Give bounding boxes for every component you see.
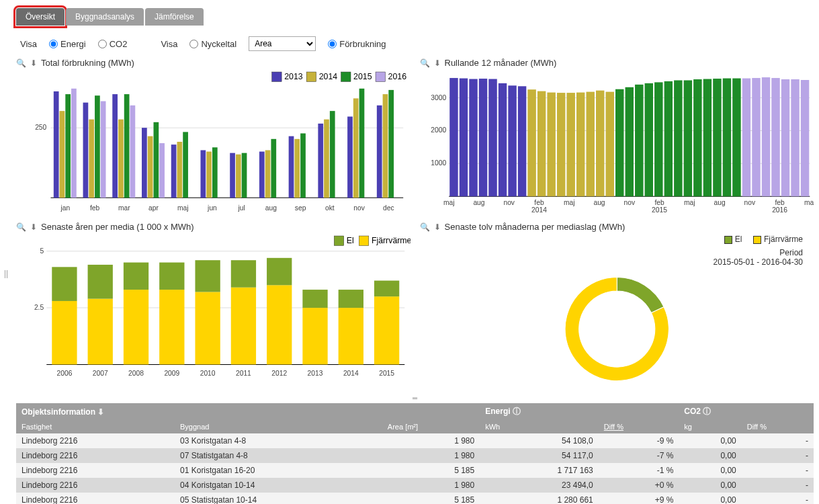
th-kwh[interactable]: kWh: [480, 420, 599, 433]
object-info-table: Objektsinformation Energi CO2 Fastighet …: [16, 403, 814, 504]
svg-rect-49: [300, 133, 306, 198]
svg-rect-18: [95, 95, 100, 198]
svg-rect-87: [615, 89, 623, 197]
svg-text:2007: 2007: [93, 370, 108, 377]
download-icon[interactable]: ⬇: [30, 58, 37, 68]
svg-rect-144: [195, 292, 220, 365]
svg-rect-82: [566, 93, 574, 196]
svg-text:jan: jan: [60, 204, 70, 212]
radio-consumption[interactable]: Förbrukning: [328, 39, 386, 49]
svg-rect-28: [154, 122, 159, 198]
svg-text:maj: maj: [684, 199, 695, 206]
zoom-icon[interactable]: 🔍: [16, 222, 26, 232]
horizontal-split-handle[interactable]: ═: [16, 393, 814, 403]
svg-rect-142: [159, 263, 184, 290]
table-row[interactable]: Lindeborg 221603 Koristgatan 4-81 98054 …: [16, 433, 814, 448]
th-kg[interactable]: kg: [679, 420, 741, 433]
svg-rect-153: [302, 308, 327, 364]
svg-rect-19: [101, 101, 106, 198]
svg-rect-4: [341, 72, 351, 81]
svg-text:nov: nov: [353, 204, 365, 212]
svg-text:2009: 2009: [164, 370, 179, 377]
zoom-icon[interactable]: 🔍: [420, 58, 430, 68]
svg-rect-104: [781, 79, 789, 196]
th-diff2[interactable]: Diff %: [742, 420, 814, 433]
svg-rect-102: [761, 77, 769, 196]
svg-rect-147: [231, 288, 256, 365]
radio-energy[interactable]: Energi: [49, 39, 86, 49]
svg-text:aug: aug: [593, 199, 605, 206]
svg-rect-73: [478, 79, 486, 196]
svg-rect-81: [556, 93, 564, 196]
tab-building[interactable]: Byggnadsanalys: [66, 8, 144, 26]
svg-rect-157: [339, 290, 363, 308]
svg-rect-136: [88, 265, 113, 299]
svg-rect-138: [124, 290, 148, 364]
zoom-icon[interactable]: 🔍: [16, 58, 26, 68]
radio-co2[interactable]: CO2: [98, 39, 128, 49]
svg-rect-12: [60, 111, 65, 198]
key-select[interactable]: Area: [249, 36, 316, 51]
download-icon[interactable]: [95, 407, 104, 417]
svg-text:3000: 3000: [431, 94, 446, 101]
table-row[interactable]: Lindeborg 221605 Statistgatan 10-145 185…: [16, 493, 814, 504]
svg-text:2015: 2015: [353, 72, 372, 81]
svg-rect-80: [547, 93, 555, 197]
svg-rect-60: [383, 94, 388, 198]
table-row[interactable]: Lindeborg 221604 Koristgatan 10-141 9802…: [16, 478, 814, 493]
svg-rect-39: [230, 153, 235, 198]
svg-text:aug: aug: [473, 199, 484, 206]
svg-rect-83: [576, 93, 584, 197]
svg-rect-139: [124, 263, 148, 290]
tab-overview[interactable]: Översikt: [16, 8, 64, 26]
svg-rect-13: [65, 94, 71, 198]
svg-rect-89: [635, 85, 643, 196]
svg-rect-43: [259, 152, 265, 198]
svg-rect-103: [771, 78, 779, 196]
svg-rect-77: [517, 86, 525, 196]
chart-last-12m-donut: 🔍 ⬇ Senaste tolv månaderna per mediaslag…: [420, 222, 814, 393]
table-row[interactable]: Lindeborg 221601 Koristgatan 16-205 1851…: [16, 463, 814, 478]
svg-text:1000: 1000: [431, 159, 446, 167]
svg-text:aug: aug: [265, 204, 277, 212]
svg-rect-2: [306, 72, 316, 81]
svg-rect-92: [664, 81, 672, 196]
svg-rect-75: [498, 83, 506, 196]
chart4-title: Senaste tolv månaderna per mediaslag (MW…: [445, 222, 626, 232]
download-icon[interactable]: ⬇: [434, 58, 441, 68]
svg-rect-133: [52, 267, 77, 301]
th-diff[interactable]: Diff %: [599, 420, 679, 433]
svg-text:2013: 2013: [284, 72, 303, 81]
svg-rect-44: [265, 150, 271, 198]
svg-rect-145: [195, 260, 220, 292]
chart1-title: Total förbrukning (MWh): [41, 58, 134, 68]
th-fastighet[interactable]: Fastighet: [16, 420, 175, 433]
svg-rect-59: [377, 106, 382, 198]
th-objektsinformation[interactable]: Objektsinformation: [16, 403, 382, 420]
svg-rect-31: [171, 144, 177, 198]
radio-key[interactable]: Nyckeltal: [189, 39, 236, 49]
download-icon[interactable]: ⬇: [434, 222, 441, 232]
svg-rect-41: [242, 153, 247, 198]
svg-text:apr: apr: [148, 204, 159, 212]
table-row[interactable]: Lindeborg 221607 Statistgatan 4-81 98054…: [16, 448, 814, 463]
svg-rect-150: [267, 285, 292, 364]
svg-text:250: 250: [35, 124, 46, 131]
svg-rect-35: [200, 150, 206, 198]
svg-text:2008: 2008: [128, 370, 144, 377]
download-icon[interactable]: ⬇: [30, 222, 37, 232]
th-byggnad[interactable]: Byggnad: [175, 420, 382, 433]
info-icon[interactable]: [701, 407, 711, 416]
info-icon[interactable]: [511, 407, 521, 416]
svg-rect-88: [625, 87, 633, 196]
svg-rect-24: [130, 106, 136, 198]
tab-compare[interactable]: Jämförelse: [145, 8, 204, 26]
svg-rect-125: [359, 236, 368, 245]
svg-text:2.5: 2.5: [34, 304, 44, 311]
th-area[interactable]: Area [m²]: [382, 420, 480, 433]
svg-rect-26: [142, 128, 147, 198]
svg-text:maj: maj: [804, 199, 814, 206]
vertical-split-handle[interactable]: ||: [4, 269, 8, 278]
svg-rect-79: [537, 91, 545, 197]
zoom-icon[interactable]: 🔍: [420, 222, 430, 232]
